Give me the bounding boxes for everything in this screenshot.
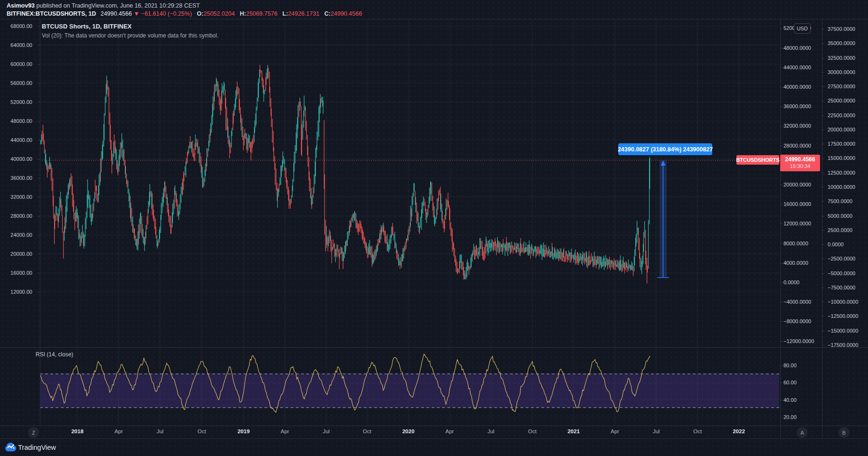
axis-tick-mark (780, 263, 783, 263)
axis-tick-mark (822, 331, 824, 331)
axis-tick-label: 40.00 (783, 397, 797, 403)
axis-tick-label: 36000.00 (10, 175, 32, 181)
price-pane-canvas[interactable] (40, 19, 779, 347)
time-axis-label: 2018 (71, 428, 84, 434)
left-axis-divider (40, 19, 40, 426)
axis-tick-mark (822, 187, 824, 187)
volume-study-note[interactable]: Vol (20): The data vendor doesn't provid… (42, 32, 218, 39)
axis-tick-mark (822, 130, 824, 130)
axis-tick-mark (822, 101, 824, 101)
symbol-name[interactable]: BITFINEX:BTCUSDSHORTS, 1D (7, 10, 96, 17)
axis-tick-label: 48000.00 (10, 118, 32, 124)
axis-tick-mark (822, 72, 824, 73)
axis-tick-mark (38, 64, 40, 65)
time-axis-label: 2019 (237, 428, 250, 434)
axis-tick-mark (822, 201, 824, 202)
time-axis-label: 2020 (402, 428, 415, 434)
axis-tick-mark (822, 115, 824, 116)
price-line-symbol-chip: BTCUSDSHORTS (736, 155, 779, 165)
time-axis-label: Oct (363, 428, 371, 434)
axis-tick-mark (38, 235, 40, 235)
time-axis-label: Oct (198, 428, 206, 434)
axis-tick-label: −12500.0000 (828, 313, 859, 319)
axis-tick-mark (780, 204, 783, 205)
open-label: O: (197, 10, 204, 17)
axis-tick-mark (780, 341, 783, 342)
axis-tick-label: −7500.0000 (828, 285, 855, 290)
axis-tick-mark (38, 102, 40, 102)
axis-tick-mark (780, 321, 783, 322)
measure-tooltip: 24390.0827 (3180.84%) 243900827 (618, 143, 712, 155)
tradingview-published-chart: Asimov93 published on TradingView.com, J… (0, 0, 868, 456)
axis-tick-mark (780, 48, 783, 48)
axis-tick-mark (38, 140, 40, 140)
candles-up (41, 65, 650, 279)
axis-tick-mark (780, 382, 783, 383)
low-value: 24926.1731 (288, 10, 320, 17)
brand-name[interactable]: TradingView (18, 444, 56, 451)
currency-toggle-button[interactable]: USD (794, 23, 811, 34)
pane-divider[interactable] (0, 347, 868, 348)
axis-tick-label: 44000.0000 (783, 65, 811, 70)
time-axis-label: Apr (281, 428, 289, 434)
axis-tick-label: 30000.0000 (828, 69, 855, 75)
time-axis-label: 2022 (733, 428, 745, 434)
axis-tick-label: 80.00 (783, 363, 797, 368)
axis-tick-mark (780, 87, 783, 87)
symbol-status-line: BITFINEX:BTCUSDSHORTS, 1D 24990.4566 ▼ −… (7, 10, 362, 17)
axis-tick-mark (822, 230, 824, 231)
axis-tick-label: 20000.00 (10, 251, 32, 257)
axis-tick-mark (38, 254, 40, 254)
axis-tick-label: −15000.0000 (828, 328, 859, 334)
axis-tick-label: 48000.0000 (783, 45, 811, 51)
axis-tick-mark (780, 223, 783, 224)
axis-tick-mark (822, 273, 824, 274)
axis-tick-label: 20000.0000 (783, 182, 811, 187)
publish-info-text: published on TradingView.com, June 16, 2… (35, 2, 200, 9)
axis-tick-mark (780, 365, 783, 366)
rsi-pane-canvas[interactable] (40, 347, 779, 426)
time-axis-label: Jul (653, 428, 660, 434)
axis-tick-mark (38, 273, 40, 273)
rsi-value-axis[interactable]: 80.0060.0040.0020.00 (780, 347, 822, 426)
axis-tick-label: 16000.00 (10, 270, 32, 276)
axis-tick-mark (780, 67, 783, 68)
timezone-button[interactable]: Z (28, 427, 39, 438)
time-axis-label: Jul (157, 428, 164, 434)
right-outer-price-axis[interactable]: 37500.000035000.000032500.000030000.0000… (822, 0, 868, 347)
axis-tick-mark (38, 197, 40, 197)
footer-bar: TradingView (0, 439, 868, 456)
axis-tick-label: 12000.00 (10, 289, 32, 295)
axis-tick-label: 12500.0000 (828, 170, 855, 176)
axis-tick-mark (822, 43, 824, 44)
axis-tick-mark (38, 178, 40, 178)
axis-tick-label: 16000.0000 (783, 201, 811, 207)
chart-legend-title[interactable]: BTCUSD Shorts, 1D, BITFINEX (42, 23, 132, 30)
right-inner-price-axis[interactable]: 52000.000048000.000044000.000040000.0000… (780, 0, 822, 347)
axis-tick-mark (780, 106, 783, 107)
axis-b-button[interactable]: B (839, 427, 849, 438)
axis-tick-label: 0.0000 (783, 279, 800, 285)
axis-tick-mark (38, 121, 40, 121)
rsi-legend-title[interactable]: RSI (14, close) (36, 351, 73, 358)
left-price-axis[interactable]: 68000.0064000.0060000.0056000.0052000.00… (0, 0, 40, 347)
axis-tick-label: 8000.0000 (783, 241, 808, 246)
time-axis-label: Apr (445, 428, 454, 434)
tradingview-logo-icon[interactable] (5, 442, 16, 453)
time-axis[interactable]: 2018AprJulOct2019AprJulOct2020AprJulOct2… (0, 426, 868, 438)
axis-tick-label: −4000.0000 (783, 299, 811, 305)
low-label: L: (283, 10, 288, 17)
axis-tick-label: 60000.00 (10, 61, 32, 67)
axis-tick-mark (780, 185, 783, 185)
axis-tick-label: 35000.0000 (828, 40, 855, 46)
axis-tick-mark (822, 216, 824, 216)
axis-a-button[interactable]: A (797, 427, 808, 438)
axis-tick-label: −12000.0000 (783, 338, 814, 344)
axis-tick-mark (822, 158, 824, 158)
axis-tick-mark (38, 45, 40, 46)
axis-tick-mark (38, 216, 40, 216)
time-axis-label: Apr (114, 428, 123, 434)
axis-tick-mark (780, 146, 783, 146)
price-axis-chip-value: 24990.4566 (785, 156, 815, 163)
axis-tick-mark (38, 159, 40, 159)
